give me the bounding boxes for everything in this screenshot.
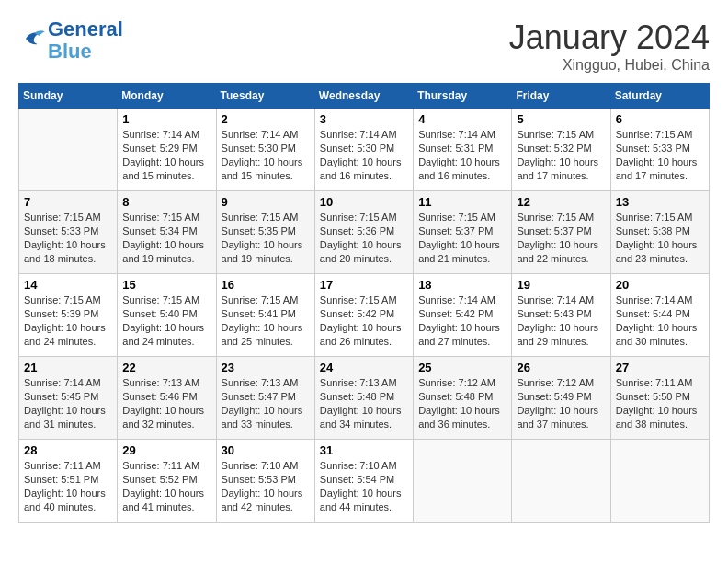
calendar-cell: 21Sunrise: 7:14 AM Sunset: 5:45 PM Dayli… (19, 357, 118, 440)
day-info: Sunrise: 7:15 AM Sunset: 5:38 PM Dayligh… (616, 211, 704, 265)
day-number: 11 (418, 195, 506, 209)
day-info: Sunrise: 7:15 AM Sunset: 5:40 PM Dayligh… (122, 293, 210, 348)
day-info: Sunrise: 7:14 AM Sunset: 5:43 PM Dayligh… (517, 293, 605, 348)
calendar-cell: 24Sunrise: 7:13 AM Sunset: 5:48 PM Dayli… (314, 357, 413, 440)
calendar-week-row: 7Sunrise: 7:15 AM Sunset: 5:33 PM Daylig… (19, 191, 710, 274)
day-number: 30 (222, 443, 310, 457)
day-info: Sunrise: 7:12 AM Sunset: 5:48 PM Dayligh… (418, 376, 506, 431)
day-number: 5 (517, 112, 605, 126)
day-number: 21 (24, 361, 112, 374)
day-info: Sunrise: 7:10 AM Sunset: 5:53 PM Dayligh… (222, 459, 310, 513)
day-number: 16 (222, 278, 310, 292)
calendar-cell: 3Sunrise: 7:14 AM Sunset: 5:30 PM Daylig… (314, 109, 413, 191)
calendar-cell: 31Sunrise: 7:10 AM Sunset: 5:54 PM Dayli… (314, 440, 413, 523)
calendar-cell (414, 440, 512, 523)
calendar-cell: 2Sunrise: 7:14 AM Sunset: 5:30 PM Daylig… (216, 109, 314, 191)
month-title: January 2024 (509, 18, 710, 57)
day-info: Sunrise: 7:13 AM Sunset: 5:46 PM Dayligh… (122, 376, 210, 431)
calendar-cell: 20Sunrise: 7:14 AM Sunset: 5:44 PM Dayli… (610, 274, 709, 357)
day-number: 2 (222, 112, 310, 126)
day-info: Sunrise: 7:15 AM Sunset: 5:33 PM Dayligh… (616, 128, 704, 182)
day-info: Sunrise: 7:14 AM Sunset: 5:42 PM Dayligh… (418, 293, 506, 348)
calendar-cell: 19Sunrise: 7:14 AM Sunset: 5:43 PM Dayli… (512, 274, 610, 357)
calendar-cell: 17Sunrise: 7:15 AM Sunset: 5:42 PM Dayli… (314, 274, 413, 357)
day-number: 15 (122, 278, 210, 292)
day-number: 6 (616, 112, 704, 126)
day-info: Sunrise: 7:13 AM Sunset: 5:48 PM Dayligh… (320, 376, 408, 431)
calendar-cell: 6Sunrise: 7:15 AM Sunset: 5:33 PM Daylig… (610, 109, 709, 191)
page-header: General Blue January 2024 Xingguo, Hubei… (18, 18, 710, 74)
weekday-header: Tuesday (216, 84, 314, 109)
day-number: 10 (320, 195, 408, 209)
calendar-cell: 8Sunrise: 7:15 AM Sunset: 5:34 PM Daylig… (118, 191, 216, 274)
day-info: Sunrise: 7:12 AM Sunset: 5:49 PM Dayligh… (517, 376, 605, 431)
calendar-cell: 28Sunrise: 7:11 AM Sunset: 5:51 PM Dayli… (19, 440, 118, 523)
day-number: 31 (320, 443, 408, 457)
day-info: Sunrise: 7:15 AM Sunset: 5:41 PM Dayligh… (222, 293, 310, 348)
calendar-cell: 13Sunrise: 7:15 AM Sunset: 5:38 PM Dayli… (610, 191, 709, 274)
day-info: Sunrise: 7:14 AM Sunset: 5:29 PM Dayligh… (122, 128, 210, 182)
logo-icon (20, 25, 48, 52)
calendar-week-row: 21Sunrise: 7:14 AM Sunset: 5:45 PM Dayli… (19, 357, 710, 440)
day-info: Sunrise: 7:15 AM Sunset: 5:37 PM Dayligh… (517, 211, 605, 265)
calendar-cell: 14Sunrise: 7:15 AM Sunset: 5:39 PM Dayli… (19, 274, 118, 357)
calendar-cell: 4Sunrise: 7:14 AM Sunset: 5:31 PM Daylig… (414, 109, 512, 191)
weekday-header: Thursday (414, 84, 512, 109)
weekday-header: Wednesday (314, 84, 413, 109)
day-info: Sunrise: 7:14 AM Sunset: 5:30 PM Dayligh… (222, 128, 310, 182)
day-number: 23 (222, 361, 310, 374)
day-info: Sunrise: 7:10 AM Sunset: 5:54 PM Dayligh… (320, 459, 408, 513)
calendar-cell: 10Sunrise: 7:15 AM Sunset: 5:36 PM Dayli… (314, 191, 413, 274)
day-info: Sunrise: 7:15 AM Sunset: 5:37 PM Dayligh… (418, 211, 506, 265)
calendar-cell (610, 440, 709, 523)
day-number: 9 (222, 195, 310, 209)
day-info: Sunrise: 7:15 AM Sunset: 5:42 PM Dayligh… (320, 293, 408, 348)
day-number: 24 (320, 361, 408, 374)
calendar-cell: 9Sunrise: 7:15 AM Sunset: 5:35 PM Daylig… (216, 191, 314, 274)
calendar-cell: 7Sunrise: 7:15 AM Sunset: 5:33 PM Daylig… (19, 191, 118, 274)
calendar-cell: 1Sunrise: 7:14 AM Sunset: 5:29 PM Daylig… (118, 109, 216, 191)
day-info: Sunrise: 7:15 AM Sunset: 5:39 PM Dayligh… (24, 293, 112, 348)
day-info: Sunrise: 7:15 AM Sunset: 5:34 PM Dayligh… (122, 211, 210, 265)
day-number: 28 (24, 443, 112, 457)
day-number: 8 (122, 195, 210, 209)
calendar-cell: 18Sunrise: 7:14 AM Sunset: 5:42 PM Dayli… (414, 274, 512, 357)
day-number: 25 (418, 361, 506, 374)
day-info: Sunrise: 7:11 AM Sunset: 5:50 PM Dayligh… (616, 376, 704, 431)
day-number: 27 (616, 361, 704, 374)
day-info: Sunrise: 7:14 AM Sunset: 5:31 PM Dayligh… (418, 128, 506, 182)
weekday-header: Monday (118, 84, 216, 109)
day-number: 13 (616, 195, 704, 209)
day-info: Sunrise: 7:15 AM Sunset: 5:36 PM Dayligh… (320, 211, 408, 265)
calendar-week-row: 1Sunrise: 7:14 AM Sunset: 5:29 PM Daylig… (19, 109, 710, 191)
calendar-week-row: 14Sunrise: 7:15 AM Sunset: 5:39 PM Dayli… (19, 274, 710, 357)
calendar-cell: 5Sunrise: 7:15 AM Sunset: 5:32 PM Daylig… (512, 109, 610, 191)
logo-text: General Blue (48, 18, 123, 63)
calendar-cell: 25Sunrise: 7:12 AM Sunset: 5:48 PM Dayli… (414, 357, 512, 440)
day-info: Sunrise: 7:15 AM Sunset: 5:35 PM Dayligh… (222, 211, 310, 265)
day-info: Sunrise: 7:14 AM Sunset: 5:45 PM Dayligh… (24, 376, 112, 431)
calendar-cell (512, 440, 610, 523)
logo: General Blue (18, 18, 123, 63)
calendar-cell: 11Sunrise: 7:15 AM Sunset: 5:37 PM Dayli… (414, 191, 512, 274)
calendar-table: SundayMondayTuesdayWednesdayThursdayFrid… (18, 83, 710, 523)
day-number: 29 (122, 443, 210, 457)
location: Xingguo, Hubei, China (509, 57, 710, 74)
calendar-cell: 29Sunrise: 7:11 AM Sunset: 5:52 PM Dayli… (118, 440, 216, 523)
day-number: 20 (616, 278, 704, 292)
day-number: 19 (517, 278, 605, 292)
day-info: Sunrise: 7:11 AM Sunset: 5:51 PM Dayligh… (24, 459, 112, 513)
day-number: 12 (517, 195, 605, 209)
day-info: Sunrise: 7:11 AM Sunset: 5:52 PM Dayligh… (122, 459, 210, 513)
day-number: 26 (517, 361, 605, 374)
day-info: Sunrise: 7:14 AM Sunset: 5:44 PM Dayligh… (616, 293, 704, 348)
calendar-cell: 26Sunrise: 7:12 AM Sunset: 5:49 PM Dayli… (512, 357, 610, 440)
day-info: Sunrise: 7:15 AM Sunset: 5:32 PM Dayligh… (517, 128, 605, 182)
day-number: 18 (418, 278, 506, 292)
day-info: Sunrise: 7:13 AM Sunset: 5:47 PM Dayligh… (222, 376, 310, 431)
day-info: Sunrise: 7:14 AM Sunset: 5:30 PM Dayligh… (320, 128, 408, 182)
day-number: 4 (418, 112, 506, 126)
day-number: 3 (320, 112, 408, 126)
day-info: Sunrise: 7:15 AM Sunset: 5:33 PM Dayligh… (24, 211, 112, 265)
calendar-cell: 23Sunrise: 7:13 AM Sunset: 5:47 PM Dayli… (216, 357, 314, 440)
